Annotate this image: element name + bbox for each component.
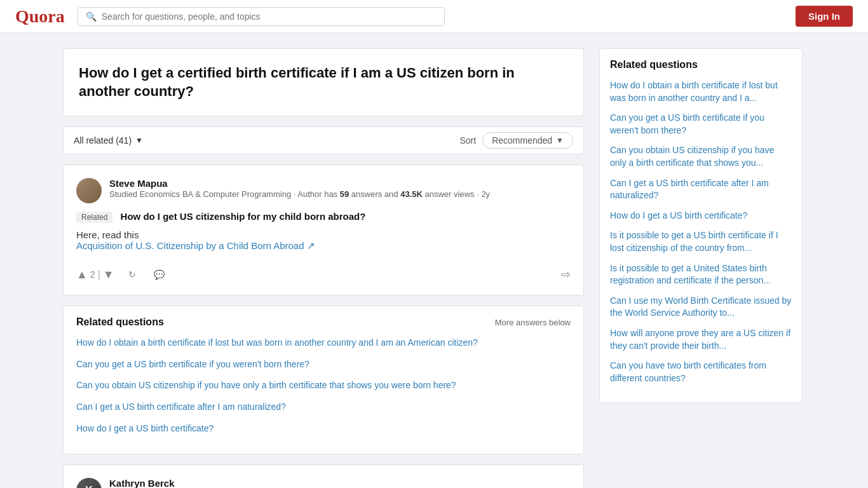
author-bio-text2: answers and	[351, 189, 398, 199]
forward-icon[interactable]: ⇨	[561, 268, 571, 281]
related-questions-block: Related questions More answers below How…	[63, 306, 584, 454]
related-question-row: Related How do I get US citizenship for …	[76, 211, 571, 223]
list-item: Can you obtain US citizenship if you hav…	[76, 379, 571, 392]
related-block-title: Related questions	[76, 316, 164, 328]
author-row: Steve Mapua Studied Economics BA & Compu…	[76, 178, 571, 203]
answer-card-1: Steve Mapua Studied Economics BA & Compu…	[63, 165, 584, 295]
all-related-label: All related (41)	[74, 135, 132, 146]
answer-link-text: Acquisition of U.S. Citizenship by a Chi…	[76, 240, 304, 251]
author-bio-text3: answer views ·	[425, 189, 479, 199]
author-name[interactable]: Steve Mapua	[109, 178, 571, 189]
main-column: How do I get a certified birth certifica…	[63, 48, 584, 488]
share-icon: ↻	[128, 269, 136, 280]
author-bio: Studied Economics BA & Computer Programm…	[109, 189, 571, 200]
list-item: How do I obtain a birth certificate if l…	[76, 337, 571, 349]
related-question-link-4[interactable]: Can I get a US birth certificate after I…	[76, 402, 286, 412]
sidebar-link-7[interactable]: Is it possible to get a United States bi…	[610, 263, 771, 286]
question-card: How do I get a certified birth certifica…	[63, 48, 584, 116]
divider-icon: |	[98, 269, 100, 280]
all-related-dropdown[interactable]: All related (41) ▼	[74, 135, 143, 146]
sidebar-link-8[interactable]: Can I use my World Birth Certificate iss…	[610, 295, 791, 318]
comment-button[interactable]: 💬	[150, 267, 168, 282]
upvote-count: 2	[90, 269, 95, 280]
sidebar-link-4[interactable]: Can I get a US birth certificate after I…	[610, 178, 769, 201]
avatar-image	[76, 178, 102, 203]
upvote-area: ▲ 2 | ▼	[76, 268, 114, 281]
search-icon: 🔍	[86, 11, 97, 22]
sidebar-link-6[interactable]: Is it possible to get a US birth certifi…	[610, 230, 778, 253]
search-bar: 🔍	[78, 7, 445, 26]
upvote-icon[interactable]: ▲	[76, 268, 88, 281]
list-item: Is it possible to get a United States bi…	[610, 262, 792, 287]
more-answers-label: More answers below	[495, 318, 571, 327]
search-input[interactable]	[102, 11, 437, 22]
list-item: Can I use my World Birth Certificate iss…	[610, 295, 792, 320]
author-time: 2y	[481, 189, 490, 199]
related-question-link-2[interactable]: Can you get a US birth certificate if yo…	[76, 359, 309, 369]
related-list: How do I obtain a birth certificate if l…	[76, 337, 571, 435]
author-name-2[interactable]: Kathryn Berck	[109, 478, 571, 488]
author-info: Steve Mapua Studied Economics BA & Compu…	[109, 178, 571, 200]
header: Quora 🔍 Sign In	[0, 0, 868, 33]
author-info-2: Kathryn Berck Author has 9.5K answers an…	[109, 478, 571, 488]
downvote-icon[interactable]: ▼	[103, 268, 114, 281]
sidebar-title: Related questions	[610, 59, 792, 71]
external-link-icon: ↗	[307, 240, 315, 251]
sidebar-link-5[interactable]: How do I get a US birth certificate?	[610, 210, 747, 220]
sidebar: Related questions How do I obtain a birt…	[599, 48, 803, 488]
sort-value: Recommended	[492, 135, 552, 146]
chevron-down-icon: ▼	[135, 136, 143, 145]
answer-text: Here, read this	[76, 229, 571, 240]
sidebar-card: Related questions How do I obtain a birt…	[599, 48, 803, 403]
list-item: Can you have two birth certificates from…	[610, 360, 792, 384]
author-row-2: K Kathryn Berck Author has 9.5K answers …	[76, 478, 571, 488]
sign-in-button[interactable]: Sign In	[796, 6, 853, 27]
sidebar-link-2[interactable]: Can you get a US birth certificate if yo…	[610, 112, 764, 135]
related-badge: Related	[76, 212, 112, 223]
list-item: Can I get a US birth certificate after I…	[610, 177, 792, 202]
related-block-header: Related questions More answers below	[76, 316, 571, 328]
question-title: How do I get a certified birth certifica…	[79, 64, 568, 100]
list-item: How do I get a US birth certificate?	[610, 210, 792, 222]
avatar	[76, 178, 102, 203]
chevron-down-icon: ▼	[556, 136, 564, 145]
list-item: Can you get a US birth certificate if yo…	[76, 358, 571, 371]
answer-card-2: K Kathryn Berck Author has 9.5K answers …	[63, 464, 584, 488]
list-item: Is it possible to get a US birth certifi…	[610, 229, 792, 254]
sidebar-link-10[interactable]: Can you have two birth certificates from…	[610, 360, 766, 383]
avatar-2: K	[76, 478, 102, 488]
sidebar-list: How do I obtain a birth certificate if l…	[610, 79, 792, 384]
list-item: Can you get a US birth certificate if yo…	[610, 112, 792, 137]
sort-dropdown[interactable]: Recommended ▼	[482, 132, 573, 149]
list-item: How do I obtain a birth certificate if l…	[610, 79, 792, 104]
share-button[interactable]: ↻	[125, 267, 140, 282]
list-item: How do I get a US birth certificate?	[76, 423, 571, 435]
view-count: 43.5K	[400, 189, 423, 199]
related-question-link-3[interactable]: Can you obtain US citizenship if you hav…	[76, 380, 456, 390]
sidebar-link-1[interactable]: How do I obtain a birth certificate if l…	[610, 80, 778, 103]
action-row: ▲ 2 | ▼ ↻ 💬 ⇨	[76, 261, 571, 282]
sort-area: Sort Recommended ▼	[459, 132, 573, 149]
answer-link[interactable]: Acquisition of U.S. Citizenship by a Chi…	[76, 240, 315, 251]
list-item: How will anyone prove they are a US citi…	[610, 327, 792, 352]
list-item: Can you obtain US citizenship if you hav…	[610, 144, 792, 169]
sidebar-link-9[interactable]: How will anyone prove they are a US citi…	[610, 328, 790, 351]
related-question-link-5[interactable]: How do I get a US birth certificate?	[76, 423, 214, 433]
sort-label: Sort	[459, 135, 476, 146]
author-bio-text1: Studied Economics BA & Computer Programm…	[109, 189, 337, 199]
list-item: Can I get a US birth certificate after I…	[76, 401, 571, 414]
related-question-link-1[interactable]: How do I obtain a birth certificate if l…	[76, 337, 478, 348]
filter-bar: All related (41) ▼ Sort Recommended ▼	[63, 126, 584, 154]
sidebar-link-3[interactable]: Can you obtain US citizenship if you hav…	[610, 145, 774, 168]
main-container: How do I get a certified birth certifica…	[53, 33, 815, 488]
quora-logo[interactable]: Quora	[15, 6, 65, 27]
comment-icon: 💬	[154, 269, 165, 280]
answer-body: Here, read this Acquisition of U.S. Citi…	[76, 229, 571, 252]
related-question-text: How do I get US citizenship for my child…	[121, 211, 366, 222]
answer-count: 59	[340, 189, 349, 199]
